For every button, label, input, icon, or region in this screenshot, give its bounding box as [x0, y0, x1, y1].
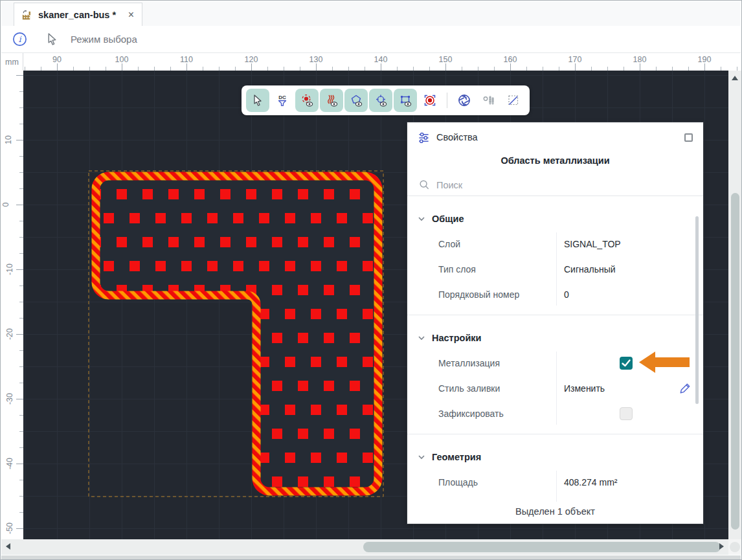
- fill-style-edit-link[interactable]: Изменить: [564, 383, 605, 394]
- select-tool[interactable]: [246, 89, 269, 112]
- property-row-layer: Слой SIGNAL_TOP: [407, 231, 703, 256]
- lock-checkbox[interactable]: [620, 407, 633, 420]
- selection-rect-tool[interactable]: [502, 89, 525, 112]
- ruler-tick-label: 120: [245, 55, 258, 64]
- ruler-tick-label: 10: [4, 135, 13, 144]
- annotation-arrow: [639, 350, 690, 376]
- property-label: Зафиксировать: [407, 409, 556, 419]
- property-label: Металлизация: [407, 358, 556, 368]
- mode-label: Режим выбора: [71, 34, 137, 45]
- vertical-ruler: 10 0 -10 -20 -30 -40 -50: [1, 71, 23, 539]
- selection-status: Выделен 1 объект: [407, 502, 703, 524]
- region-thermal-dots: [96, 176, 378, 491]
- section-label: Геометрия: [432, 452, 481, 462]
- ruler-tick-label: 160: [504, 55, 517, 64]
- section-label: Настройки: [432, 333, 482, 343]
- metallization-checkbox[interactable]: [620, 357, 633, 370]
- chevron-down-icon: [418, 453, 425, 461]
- tab-title: skaner_can-bus *: [38, 10, 122, 20]
- app-window: skaner_can-bus * × i Режим выбора mm 90 …: [0, 0, 742, 560]
- property-row-fill-style: Стиль заливки Изменить: [407, 375, 703, 401]
- section-general: Общие Слой SIGNAL_TOP Тип слоя Сигнальны…: [407, 196, 703, 315]
- section-general-header[interactable]: Общие: [407, 209, 703, 229]
- show-regions-tool[interactable]: [394, 89, 417, 112]
- show-polygons-tool[interactable]: [344, 89, 368, 112]
- properties-panel: Свойства Область металлизации Общие Сл: [407, 122, 703, 524]
- tab-bar: skaner_can-bus * ×: [1, 1, 741, 26]
- ruler-tick-label: 140: [374, 55, 388, 64]
- ruler-tick-label: -10: [5, 263, 14, 275]
- search-icon: [419, 179, 430, 190]
- tab-skaner-can-bus[interactable]: skaner_can-bus * ×: [14, 3, 142, 27]
- show-vias-tool[interactable]: [369, 89, 392, 112]
- property-row-metallization: Металлизация: [407, 350, 703, 375]
- info-icon[interactable]: i: [12, 32, 27, 47]
- property-row-area: Площадь 408.274 mm²: [407, 469, 703, 495]
- section-settings-header[interactable]: Настройки: [407, 328, 703, 348]
- pencil-icon[interactable]: [679, 382, 691, 394]
- ruler-tick-label: -20: [5, 328, 14, 340]
- select-mode-cursor-icon: [45, 32, 59, 46]
- property-label: Площадь: [407, 477, 556, 487]
- checkmark-icon: [620, 357, 633, 370]
- svg-text:i: i: [18, 34, 22, 44]
- show-tracks-tool[interactable]: [320, 89, 343, 112]
- property-label: Тип слоя: [407, 264, 556, 274]
- ruler-tick-label: 110: [180, 55, 193, 64]
- vertical-scrollbar[interactable]: [728, 71, 742, 550]
- scroll-left-icon[interactable]: [6, 543, 10, 550]
- property-value: 408.274 mm²: [556, 477, 703, 487]
- ruler-tick-label: 150: [439, 55, 453, 64]
- properties-panel-header: Свойства: [407, 122, 703, 152]
- sliders-icon: [418, 131, 430, 144]
- ruler-tick-label: -30: [5, 393, 14, 405]
- board-document-icon: [21, 9, 33, 21]
- toolbar-separator: [447, 93, 447, 108]
- property-label: Слой: [407, 239, 556, 249]
- property-label: Стиль заливки: [407, 383, 556, 394]
- search-row: [407, 174, 703, 196]
- scrollbar-corner: [728, 539, 742, 555]
- chevron-down-icon: [418, 334, 425, 342]
- property-label: Порядковый номер: [407, 289, 556, 300]
- property-row-order: Порядковый номер 0: [407, 282, 703, 307]
- section-settings: Настройки Металлизация: [407, 315, 703, 434]
- section-geometry-header[interactable]: Геометрия: [407, 447, 703, 467]
- vertical-scrollbar-thumb[interactable]: [731, 193, 739, 530]
- ruler-unit-label: mm: [1, 53, 23, 71]
- scroll-up-icon[interactable]: [732, 76, 738, 80]
- mode-toolbar: i Режим выбора: [1, 26, 741, 53]
- ruler-tick-label: -40: [5, 458, 14, 469]
- property-row-layer-type: Тип слоя Сигнальный: [407, 256, 703, 282]
- property-value: 0: [556, 289, 703, 300]
- property-row-lock: Зафиксировать: [407, 401, 703, 426]
- show-pads-tool[interactable]: [295, 89, 319, 112]
- search-input[interactable]: [436, 180, 691, 190]
- aperture-tool[interactable]: [453, 89, 476, 112]
- float-window-icon[interactable]: [684, 133, 693, 142]
- window-bottom-edge: [1, 555, 741, 560]
- object-title: Область металлизации: [407, 152, 703, 174]
- ruler-tick-label: -50: [5, 522, 14, 534]
- ruler-tick-label: 100: [115, 55, 129, 64]
- ruler-tick-label: 130: [309, 55, 323, 64]
- scroll-right-icon[interactable]: [719, 543, 724, 550]
- dc-filter-tool[interactable]: DC: [271, 89, 294, 112]
- drill-tool[interactable]: [477, 89, 500, 112]
- ruler-tick-label: 190: [698, 55, 712, 64]
- horizontal-scrollbar[interactable]: [1, 539, 728, 555]
- chevron-down-icon: [418, 215, 425, 223]
- pcb-canvas[interactable]: DC: [23, 71, 728, 539]
- property-value[interactable]: SIGNAL_TOP: [556, 239, 703, 249]
- panel-scrollbar-thumb[interactable]: [695, 216, 699, 404]
- tab-close-icon[interactable]: ×: [127, 9, 135, 21]
- section-label: Общие: [432, 214, 464, 224]
- horizontal-scrollbar-thumb[interactable]: [363, 542, 721, 552]
- horizontal-ruler: 90 100 110 120 130 140 150 160 170 180 1…: [23, 53, 742, 71]
- svg-text:DC: DC: [278, 95, 286, 100]
- ruler-tick-label: 0: [1, 203, 10, 207]
- panel-title: Свойства: [436, 132, 678, 142]
- pad-style-tool[interactable]: [418, 89, 442, 112]
- ruler-tick-label: 180: [633, 55, 647, 64]
- ruler-tick-label: 170: [568, 55, 582, 64]
